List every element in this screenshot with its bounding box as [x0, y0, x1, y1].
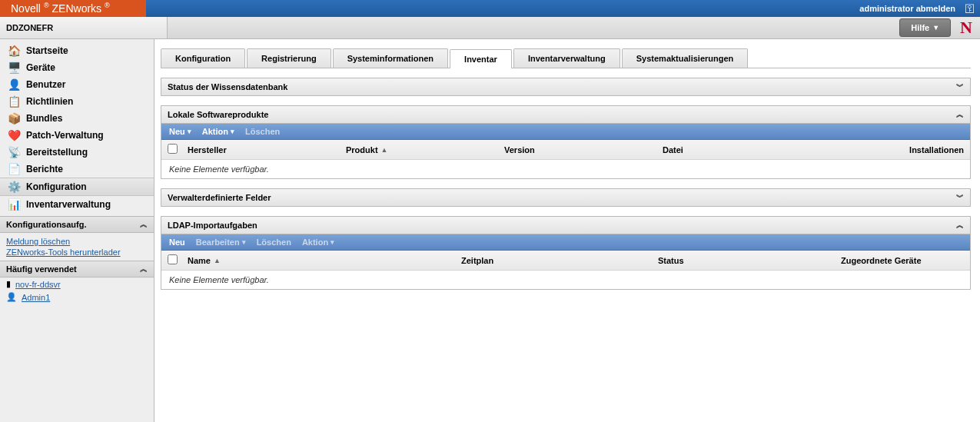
- col-installationen[interactable]: Installationen: [887, 145, 964, 155]
- sw-delete-button[interactable]: Löschen: [245, 127, 280, 136]
- server-icon: ▮: [6, 279, 11, 289]
- nav-geraete[interactable]: 🖥️Geräte: [0, 59, 154, 76]
- col-label: Name: [188, 256, 211, 265]
- novell-n-logo: N: [960, 18, 972, 38]
- ldap-column-header: Name▲ Zeitplan Status Zugeordnete Geräte: [161, 251, 970, 271]
- panel-kb-header[interactable]: Status der Wissensdatenbank ︾: [161, 78, 970, 95]
- panel-ldap-header[interactable]: LDAP-Importaufgaben ︽: [161, 217, 970, 234]
- panel-ldap-title: LDAP-Importaufgaben: [168, 221, 257, 230]
- nav-label: Inventarverwaltung: [26, 199, 111, 210]
- tasks-header[interactable]: Konfigurationsaufg. ︽: [0, 216, 154, 233]
- logout-link[interactable]: administrator abmelden: [859, 0, 955, 17]
- chevron-down-icon: ▾: [242, 238, 246, 246]
- col-geraete[interactable]: Zugeordnete Geräte: [841, 256, 964, 265]
- monitor-icon: 🖥️: [8, 61, 20, 74]
- tab-inventar[interactable]: Inventar: [450, 49, 512, 68]
- nav-berichte[interactable]: 📄Berichte: [0, 161, 154, 178]
- chevron-down-icon: ▾: [331, 238, 334, 246]
- sw-new-button[interactable]: Neu▾: [169, 127, 191, 136]
- brand-logo: Novell® ZENworks®: [0, 0, 146, 17]
- nav-label: Bundles: [26, 113, 62, 124]
- panel-fields-title: Verwalterdefinierte Felder: [168, 193, 271, 202]
- task-clear-message[interactable]: Meldung löschen: [6, 236, 148, 247]
- report-icon: 📄: [8, 163, 20, 175]
- col-label: Installationen: [909, 145, 964, 155]
- gear-icon: ⚙️: [8, 181, 20, 193]
- col-hersteller[interactable]: Hersteller: [188, 145, 341, 155]
- sw-action-button[interactable]: Aktion▾: [202, 127, 234, 136]
- sort-asc-icon: ▲: [381, 146, 388, 154]
- nav-bereitstellung[interactable]: 📡Bereitstellung: [0, 144, 154, 161]
- freq-link-server[interactable]: nov-fr-ddsvr: [15, 280, 61, 289]
- brand-name-2: ZENworks: [52, 0, 102, 17]
- zone-label: DDZONEFR: [0, 17, 168, 38]
- reg-mark-2: ®: [105, 0, 110, 14]
- admin-icon: 👤: [6, 292, 17, 302]
- ldap-new-button[interactable]: Neu: [169, 238, 185, 247]
- freq-link-admin[interactable]: Admin1: [22, 293, 50, 302]
- ldap-action-button[interactable]: Aktion▾: [302, 238, 334, 247]
- tab-registrierung[interactable]: Registrierung: [247, 48, 331, 68]
- home-icon: 🏠: [8, 45, 20, 57]
- bundle-icon: 📦: [8, 112, 20, 125]
- nav-inventarverwaltung[interactable]: 📊Inventarverwaltung: [0, 196, 154, 213]
- nav-richtlinien[interactable]: 📋Richtlinien: [0, 93, 154, 110]
- nav-label: Konfiguration: [26, 181, 87, 192]
- nav-label: Benutzer: [26, 79, 65, 90]
- panel-knowledgebase: Status der Wissensdatenbank ︾: [161, 78, 971, 96]
- freq-header[interactable]: Häufig verwendet ︽: [0, 261, 154, 277]
- collapse-up-icon: ︽: [956, 220, 964, 231]
- nav-patch[interactable]: ❤️Patch-Verwaltung: [0, 127, 154, 144]
- col-version[interactable]: Version: [504, 145, 658, 155]
- nav-bundles[interactable]: 📦Bundles: [0, 110, 154, 127]
- col-label: Zugeordnete Geräte: [841, 256, 922, 265]
- tasks-links: Meldung löschen ZENworks-Tools herunterl…: [0, 233, 154, 261]
- col-produkt[interactable]: Produkt▲: [346, 145, 500, 155]
- sub-bar: DDZONEFR Hilfe ▼ N: [0, 17, 980, 39]
- ldap-delete-button[interactable]: Löschen: [257, 238, 291, 247]
- nav-benutzer[interactable]: 👤Benutzer: [0, 76, 154, 93]
- tab-systemaktualisierungen[interactable]: Systemaktualisierungen: [622, 48, 749, 68]
- panel-admin-fields: Verwalterdefinierte Felder ︾: [161, 188, 971, 207]
- inventory-icon: 📊: [8, 198, 20, 211]
- ldap-select-all[interactable]: [168, 254, 178, 264]
- brand-name-1: Novell: [11, 0, 41, 17]
- sw-select-all[interactable]: [168, 144, 178, 154]
- expand-down-icon: ︾: [956, 192, 964, 203]
- action-label: Neu: [169, 127, 185, 136]
- task-download-tools[interactable]: ZENworks-Tools herunterlader: [6, 247, 148, 258]
- nav-label: Richtlinien: [26, 96, 73, 107]
- tab-inventarverwaltung[interactable]: Inventarverwaltung: [513, 48, 620, 68]
- col-label: Zeitplan: [461, 256, 493, 265]
- col-name[interactable]: Name▲: [188, 256, 457, 265]
- col-datei[interactable]: Datei: [663, 145, 882, 155]
- tab-konfiguration[interactable]: Konfiguration: [161, 48, 245, 68]
- help-button[interactable]: Hilfe ▼: [899, 18, 951, 37]
- nav-list: 🏠Startseite 🖥️Geräte 👤Benutzer 📋Richtlin…: [0, 39, 154, 216]
- sw-empty-message: Keine Elemente verfügbar.: [161, 160, 970, 178]
- sw-action-bar: Neu▾ Aktion▾ Löschen: [161, 124, 970, 140]
- chevron-down-icon: ▼: [932, 24, 939, 32]
- collapse-up-icon: ︽: [140, 264, 148, 274]
- help-label: Hilfe: [911, 23, 929, 32]
- ldap-edit-button[interactable]: Bearbeiten▾: [196, 238, 246, 247]
- content: Konfiguration Registrierung Systeminform…: [154, 39, 980, 422]
- freq-item: ▮ nov-fr-ddsvr: [0, 277, 154, 291]
- collapse-up-icon: ︽: [956, 109, 964, 120]
- nav-startseite[interactable]: 🏠Startseite: [0, 42, 154, 59]
- action-label: Bearbeiten: [196, 238, 240, 247]
- panel-sw-header[interactable]: Lokale Softwareprodukte ︽: [161, 106, 970, 124]
- tab-systeminformationen[interactable]: Systeminformationen: [333, 48, 448, 68]
- col-label: Datei: [663, 145, 683, 155]
- panel-fields-header[interactable]: Verwalterdefinierte Felder ︾: [161, 189, 970, 206]
- nav-label: Geräte: [26, 62, 55, 73]
- ldap-empty-message: Keine Elemente verfügbar.: [161, 271, 970, 289]
- nav-konfiguration[interactable]: ⚙️Konfiguration: [0, 178, 154, 196]
- key-icon[interactable]: ⚿: [965, 0, 975, 17]
- col-zeitplan[interactable]: Zeitplan: [461, 256, 653, 265]
- reg-mark-1: ®: [44, 0, 49, 14]
- tab-bar: Konfiguration Registrierung Systeminform…: [161, 48, 971, 68]
- nav-label: Berichte: [26, 164, 63, 174]
- top-bar: Novell® ZENworks® administrator abmelden…: [0, 0, 980, 17]
- col-status[interactable]: Status: [658, 256, 836, 265]
